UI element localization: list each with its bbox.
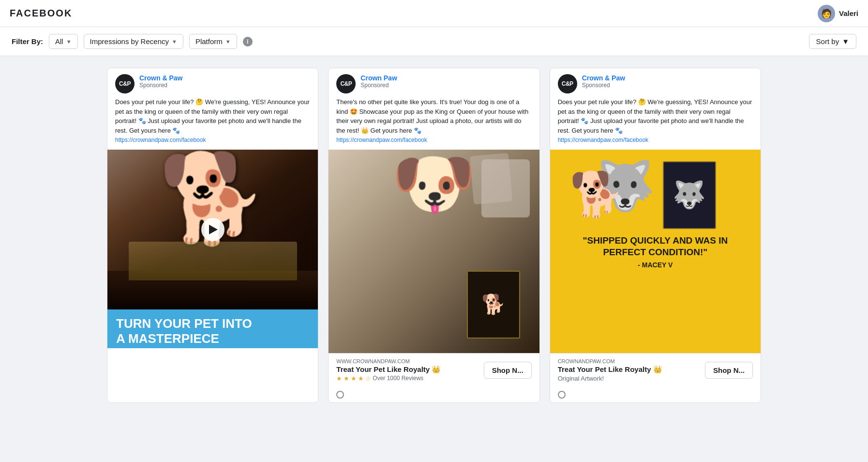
card-2-radio-footer [329,387,539,402]
radio-dot-2[interactable] [336,391,344,399]
ad-card-3: C&P Crown & Paw Sponsored Does your pet … [550,68,761,403]
chevron-down-icon: ▼ [172,39,177,45]
brand-info-3: Crown & Paw Sponsored [582,74,625,89]
card-2-footer: WWW.CROWNANDPAW.COM Treat Your Pet Like … [329,353,539,387]
brand-info-1: Crown & Paw Sponsored [139,74,182,89]
brand-name-1[interactable]: Crown & Paw [139,74,182,82]
cta-url-2: WWW.CROWNANDPAW.COM [336,358,441,364]
card-2-image: 🐶 🐕 [329,150,539,353]
card-1-image: 🐕 TURN YOUR PET INTOA MASTERPIECE [107,150,318,348]
stars-row-2: ★ ★ ★ ★ ☆ Over 1000 Reviews [336,375,441,382]
card-3-image: 🐺 🐺 🐕 "SHIPPED QUICKLY AND WAS IN PERFEC… [550,150,761,353]
card-3-cta: CROWNANDPAW.COM Treat Your Pet Like Roya… [558,358,662,382]
sponsored-label-1: Sponsored [139,82,182,89]
quote-text: "SHIPPED QUICKLY AND WAS IN PERFECT COND… [563,235,748,259]
brand-logo-2: C&P [336,74,356,93]
card-3-header: C&P Crown & Paw Sponsored [550,68,761,97]
star-4: ★ [358,375,364,382]
quote-attribution: - MACEY V [563,261,748,269]
card-2-header: C&P Crown Paw Sponsored [329,68,539,97]
card-3-footer: CROWNANDPAW.COM Treat Your Pet Like Roya… [550,353,761,387]
filter-platform-dropdown[interactable]: Platform ▼ [189,34,237,49]
cta-title-3: Treat Your Pet Like Royalty 👑 [558,365,662,374]
chevron-down-icon: ▼ [66,39,72,45]
brand-logo-1: C&P [115,74,135,93]
filter-by-label: Filter By: [12,37,43,46]
review-count-2: Over 1000 Reviews [373,375,423,382]
filter-impressions-value: Impressions by Recency [90,37,169,46]
chevron-down-icon: ▼ [842,37,849,46]
ads-grid: C&P Crown & Paw Sponsored Does your pet … [107,68,761,403]
sort-by-dropdown[interactable]: Sort by ▼ [809,34,856,49]
filter-all-dropdown[interactable]: All ▼ [49,34,78,49]
card-3-radio-footer [550,387,761,402]
sponsored-label-2: Sponsored [360,82,397,89]
star-5: ☆ [365,375,371,382]
card-2-text: There's no other pet quite like yours. I… [329,97,539,150]
info-icon[interactable]: i [243,37,253,46]
filter-all-value: All [55,37,63,46]
card-1-text: Does your pet rule your life? 🤔 We're gu… [107,97,318,150]
samoyed-portrait-frame: 🐺 [663,161,716,229]
star-3: ★ [351,375,357,382]
samoyed-second: 🐕 [569,169,624,220]
brand-logo-3: C&P [558,74,577,93]
header: FACEBOOK 🧑 Valeri [0,0,868,27]
star-1: ★ [336,375,342,382]
main-content: C&P Crown & Paw Sponsored Does your pet … [95,56,773,415]
brand-info-2: Crown Paw Sponsored [360,74,397,89]
facebook-logo: FACEBOOK [10,8,72,19]
cta-url-3: CROWNANDPAW.COM [558,358,662,364]
card-3-quote: "SHIPPED QUICKLY AND WAS IN PERFECT COND… [558,235,753,270]
filter-platform-value: Platform [195,37,223,46]
card-1-header: C&P Crown & Paw Sponsored [107,68,318,97]
play-button[interactable] [201,218,224,241]
filter-bar: Filter By: All ▼ Impressions by Recency … [0,27,868,56]
sponsored-label-3: Sponsored [582,82,625,89]
user-name: Valeri [839,9,858,17]
portrait-painting: 🐕 [467,271,520,339]
pug-dog-image: 🐶 [391,150,476,217]
user-profile[interactable]: 🧑 Valeri [818,5,858,22]
card-1-dog-bg: 🐕 [107,150,318,309]
card-3-text: Does your pet rule your life? 🤔 We're gu… [550,97,761,150]
cta-title-2: Treat Your Pet Like Royalty 👑 [336,365,441,374]
ad-card-1: C&P Crown & Paw Sponsored Does your pet … [107,68,318,403]
filter-impressions-dropdown[interactable]: Impressions by Recency ▼ [84,34,183,49]
card-1-overlay-text: TURN YOUR PET INTOA MASTERPIECE [107,309,318,348]
brand-name-3[interactable]: Crown & Paw [582,74,625,82]
play-icon [209,225,218,234]
cta-desc-3: Original Artwork! [558,375,662,382]
chevron-down-icon: ▼ [225,39,231,45]
avatar: 🧑 [818,5,835,22]
ad-card-2: C&P Crown Paw Sponsored There's no other… [328,68,539,403]
radio-dot-3[interactable] [558,391,566,399]
shop-button-3[interactable]: Shop N... [705,362,753,379]
shop-button-2[interactable]: Shop N... [484,362,532,379]
sort-by-label: Sort by [816,37,839,46]
brand-name-2[interactable]: Crown Paw [360,74,397,82]
card-2-cta: WWW.CROWNANDPAW.COM Treat Your Pet Like … [336,358,441,382]
star-2: ★ [344,375,349,382]
